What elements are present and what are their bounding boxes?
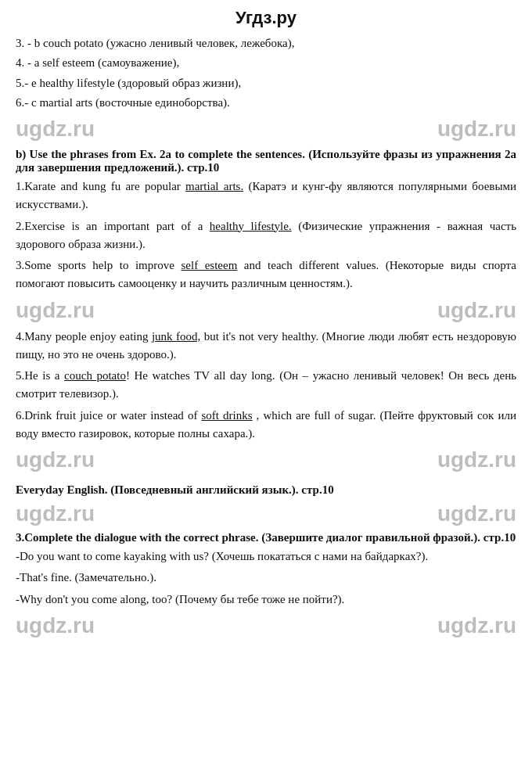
section-b-item-5: 5.He is a couch potato! He watches TV al… [16, 367, 516, 404]
watermark-left-1: ugdz.ru [16, 117, 95, 142]
watermark-3: ugdz.ru ugdz.ru [16, 447, 516, 472]
intro-block: 3. - b couch potato (ужасно ленивый чело… [16, 34, 516, 112]
watermark-left-3: ugdz.ru [16, 447, 95, 472]
watermark-left-2: ugdz.ru [16, 298, 95, 323]
underline-soft-drinks: soft drinks [201, 409, 252, 422]
watermark-right-3: ugdz.ru [437, 447, 516, 472]
section-b-item-3: 3.Some sports help to improve self estee… [16, 257, 516, 293]
watermark-5: ugdz.ru ugdz.ru [16, 613, 516, 638]
watermark-4: ugdz.ru ugdz.ru [16, 501, 516, 526]
site-header: Угдз.ру [16, 8, 516, 28]
watermark-1: ugdz.ru ugdz.ru [16, 117, 516, 142]
intro-item-2: 4. - a self esteem (самоуважение), [16, 54, 516, 72]
section-b-items-cont: 4.Many people enjoy eating junk food, bu… [16, 328, 516, 444]
dialogue-line-2: -That's fine. (Замечательно.). [16, 569, 516, 587]
header-title: Угдз.ру [235, 8, 297, 27]
watermark-right-2: ugdz.ru [437, 298, 516, 323]
section-b-items: 1.Karate and kung fu are popular martial… [16, 178, 516, 293]
watermark-left-5: ugdz.ru [16, 613, 95, 638]
dialogue-line-1: -Do you want to come kayaking with us? (… [16, 548, 516, 566]
underline-healthy-lifestyle: healthy lifestyle. [210, 220, 292, 232]
underline-junk-food: junk food, [152, 330, 200, 343]
everyday-english-section: Everyday English. (Повседневный английск… [16, 483, 516, 638]
intro-item-4: 6.- c martial arts (восточные единоборст… [16, 94, 516, 112]
everyday-english-heading: Everyday English. (Повседневный английск… [16, 483, 516, 497]
section-b-item-4: 4.Many people enjoy eating junk food, bu… [16, 328, 516, 365]
watermark-right-1: ugdz.ru [437, 117, 516, 142]
page-container: Угдз.ру 3. - b couch potato (ужасно лени… [0, 0, 532, 659]
section-b-item-2: 2.Exercise is an important part of a hea… [16, 217, 516, 254]
section-b-heading: b) Use the phrases from Ex. 2a to comple… [16, 148, 516, 174]
watermark-left-4: ugdz.ru [16, 501, 95, 526]
section-b-item-6: 6.Drink fruit juice or water instead of … [16, 407, 516, 444]
watermark-right-5: ugdz.ru [437, 613, 516, 638]
section-b-item-1: 1.Karate and kung fu are popular martial… [16, 178, 516, 214]
intro-item-3: 5.- e healthy lifestyle (здоровый образ … [16, 74, 516, 92]
underline-self-esteem: self esteem [181, 259, 237, 271]
dialogue-line-3: -Why don't you come along, too? (Почему … [16, 591, 516, 609]
underline-couch-potato: couch potato [64, 369, 126, 382]
complete-dialogue-heading: 3.Complete the dialogue with the correct… [16, 531, 516, 544]
underline-martial-arts: martial arts. [185, 180, 243, 192]
watermark-right-4: ugdz.ru [437, 501, 516, 526]
dialogue-block: -Do you want to come kayaking with us? (… [16, 548, 516, 609]
watermark-2: ugdz.ru ugdz.ru [16, 298, 516, 323]
intro-item-1: 3. - b couch potato (ужасно ленивый чело… [16, 34, 516, 52]
